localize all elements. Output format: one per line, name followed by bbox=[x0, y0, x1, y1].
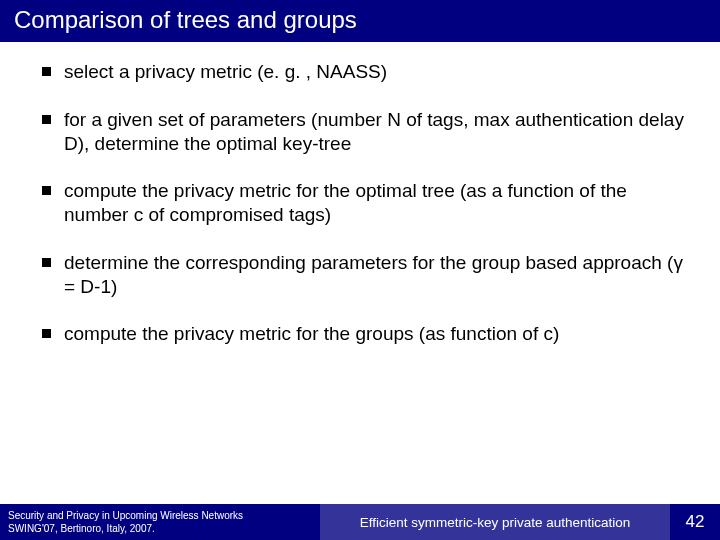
square-bullet-icon bbox=[42, 186, 51, 195]
bullet-text: determine the corresponding parameters f… bbox=[64, 251, 692, 299]
bullet-item: for a given set of parameters (number N … bbox=[42, 108, 692, 156]
bullet-text: select a privacy metric (e. g. , NAASS) bbox=[64, 60, 692, 84]
bullet-item: compute the privacy metric for the optim… bbox=[42, 179, 692, 227]
square-bullet-icon bbox=[42, 67, 51, 76]
page-number: 42 bbox=[670, 504, 720, 540]
bullet-item: compute the privacy metric for the group… bbox=[42, 322, 692, 346]
footer-conference-info: SWING'07, Bertinoro, Italy, 2007. bbox=[8, 522, 312, 535]
slide-content: select a privacy metric (e. g. , NAASS) … bbox=[0, 42, 720, 540]
square-bullet-icon bbox=[42, 258, 51, 267]
square-bullet-icon bbox=[42, 115, 51, 124]
bullet-text: for a given set of parameters (number N … bbox=[64, 108, 692, 156]
footer-section-title: Efficient symmetric-key private authenti… bbox=[320, 504, 670, 540]
square-bullet-icon bbox=[42, 329, 51, 338]
slide-title: Comparison of trees and groups bbox=[0, 0, 720, 42]
bullet-text: compute the privacy metric for the optim… bbox=[64, 179, 692, 227]
bullet-item: determine the corresponding parameters f… bbox=[42, 251, 692, 299]
slide: Comparison of trees and groups select a … bbox=[0, 0, 720, 540]
bullet-text: compute the privacy metric for the group… bbox=[64, 322, 692, 346]
footer-left: Security and Privacy in Upcoming Wireles… bbox=[0, 504, 320, 540]
footer-conference-title: Security and Privacy in Upcoming Wireles… bbox=[8, 509, 312, 522]
bullet-item: select a privacy metric (e. g. , NAASS) bbox=[42, 60, 692, 84]
slide-footer: Security and Privacy in Upcoming Wireles… bbox=[0, 504, 720, 540]
